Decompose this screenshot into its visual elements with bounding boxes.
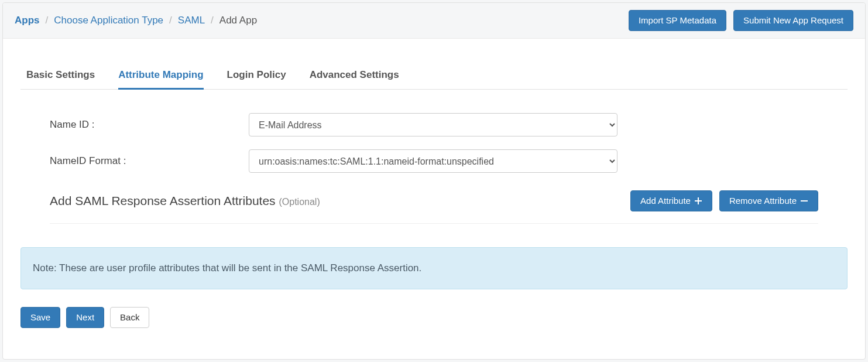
form-area: Name ID : E-Mail Address NameID Format :…: [20, 90, 848, 230]
assertion-attributes-section: Add SAML Response Assertion Attributes (…: [50, 190, 818, 224]
section-actions: Add Attribute Remove Attribute: [630, 190, 818, 211]
breadcrumb-choose-type[interactable]: Choose Application Type: [54, 15, 163, 26]
next-button[interactable]: Next: [66, 307, 104, 328]
remove-attribute-label: Remove Attribute: [729, 196, 797, 206]
nameid-format-label: NameID Format :: [50, 155, 249, 167]
breadcrumb-current: Add App: [219, 15, 257, 26]
section-title-text: Add SAML Response Assertion Attributes: [50, 194, 276, 207]
footer-actions: Save Next Back: [20, 307, 848, 328]
row-name-id: Name ID : E-Mail Address: [50, 113, 818, 136]
breadcrumb-sep: /: [169, 15, 172, 26]
name-id-select[interactable]: E-Mail Address: [249, 113, 617, 136]
topbar: Apps / Choose Application Type / SAML / …: [3, 3, 865, 39]
tab-attribute-mapping[interactable]: Attribute Mapping: [118, 62, 203, 90]
save-button[interactable]: Save: [20, 307, 60, 328]
remove-attribute-button[interactable]: Remove Attribute: [719, 190, 818, 211]
content: Basic Settings Attribute Mapping Login P…: [3, 39, 865, 346]
breadcrumb-sep: /: [46, 15, 49, 26]
top-actions: Import SP Metadata Submit New App Reques…: [629, 10, 853, 31]
back-button[interactable]: Back: [110, 307, 149, 328]
import-sp-metadata-button[interactable]: Import SP Metadata: [629, 10, 726, 31]
svg-rect-1: [695, 200, 702, 202]
breadcrumb-saml[interactable]: SAML: [178, 15, 205, 26]
add-attribute-label: Add Attribute: [640, 196, 691, 206]
breadcrumb-sep: /: [211, 15, 214, 26]
tabs: Basic Settings Attribute Mapping Login P…: [20, 62, 848, 90]
note-box: Note: These are user profile attributes …: [20, 247, 848, 289]
add-attribute-button[interactable]: Add Attribute: [630, 190, 712, 211]
section-optional: (Optional): [279, 197, 320, 207]
name-id-label: Name ID :: [50, 119, 249, 131]
section-title: Add SAML Response Assertion Attributes (…: [50, 194, 320, 208]
tab-advanced-settings[interactable]: Advanced Settings: [310, 62, 399, 90]
tab-basic-settings[interactable]: Basic Settings: [26, 62, 95, 90]
svg-rect-2: [801, 200, 808, 202]
page: Apps / Choose Application Type / SAML / …: [2, 2, 866, 360]
tab-login-policy[interactable]: Login Policy: [227, 62, 286, 90]
submit-new-app-request-button[interactable]: Submit New App Request: [733, 10, 853, 31]
breadcrumb-apps[interactable]: Apps: [15, 15, 40, 26]
minus-icon: [800, 197, 808, 205]
breadcrumb: Apps / Choose Application Type / SAML / …: [15, 15, 257, 26]
nameid-format-select[interactable]: urn:oasis:names:tc:SAML:1.1:nameid-forma…: [249, 149, 617, 173]
row-nameid-format: NameID Format : urn:oasis:names:tc:SAML:…: [50, 149, 818, 173]
plus-icon: [694, 197, 702, 205]
